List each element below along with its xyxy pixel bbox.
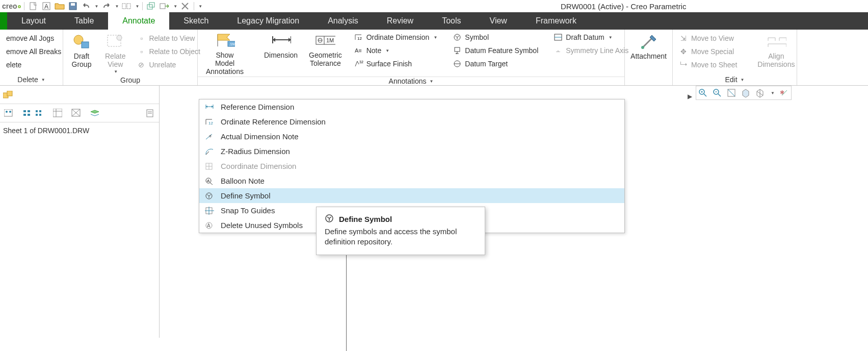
export-icon[interactable] [159,1,170,12]
svg-rect-0 [30,3,36,10]
tree-expand-icon[interactable] [35,109,44,118]
tab-view[interactable]: View [476,12,521,30]
refit-icon[interactable] [727,88,736,97]
zoom-out-icon[interactable] [713,88,722,97]
unrelate-button[interactable]: ⊘Unrelate [135,59,202,70]
tree-list-icon[interactable] [53,109,62,118]
svg-rect-36 [23,110,26,112]
edit-group-caption[interactable]: Edit▼ [673,74,797,85]
menu-actual-dimension-note[interactable]: dActual Dimension Note [199,129,624,144]
relate-to-object-icon: ▫ [137,47,146,56]
menu-coordinate-dimension: Coordinate Dimension [199,159,624,173]
move-to-sheet-button[interactable]: ⮡Move to Sheet [677,59,739,70]
svg-rect-4 [71,3,75,6]
sheet-label[interactable]: Sheet 1 of DRW0001.DRW [3,127,156,135]
regenerate-icon[interactable] [121,1,132,12]
tab-sketch[interactable]: Sketch [169,12,223,30]
tooltip: Define Symbol Define symbols and access … [316,207,485,255]
annotations-overflow-button[interactable]: Annotations▼ [198,77,624,85]
font-icon[interactable]: A [41,1,52,12]
svg-rect-42 [39,110,41,112]
qat-customize-icon[interactable]: ▼ [198,4,202,9]
delete-small-button[interactable]: elete [4,59,63,70]
balloon-icon: A [204,177,215,186]
z-radius-icon [204,147,215,156]
svg-text:d: d [209,134,211,138]
tab-review[interactable]: Review [373,12,428,30]
datum-feature-icon [453,46,462,55]
svg-rect-6 [127,4,130,9]
move-to-sheet-icon: ⮡ [679,60,688,69]
windows-icon[interactable] [146,1,157,12]
datum-target-button[interactable]: Datum Target [451,58,540,69]
svg-rect-39 [28,114,30,116]
redo-icon[interactable] [101,1,112,12]
save-icon[interactable] [67,1,78,12]
svg-rect-33 [4,109,12,116]
datum-target-icon [453,59,462,68]
tab-framework[interactable]: Framework [521,12,591,30]
dimension-button[interactable]: Dimension [260,31,302,60]
note-button[interactable]: A≡Note ▼ [352,45,440,56]
svg-text:A≡: A≡ [355,47,362,54]
tab-layout[interactable]: Layout [7,12,60,30]
dimension-icon [271,32,291,50]
tab-legacy-migration[interactable]: Legacy Migration [223,12,313,30]
group-group-caption: Group [63,75,197,85]
open-icon[interactable] [54,1,65,12]
annotation-display-icon[interactable]: ✱ [780,88,789,97]
ref-dim-icon [204,103,215,112]
relate-to-view-button[interactable]: ▫Relate to View [135,33,202,44]
relate-view-button[interactable]: Relate View▼ [101,32,129,75]
ribbon-tabstrip: Layout Table Annotate Sketch Legacy Migr… [0,12,868,30]
move-special-button[interactable]: ✥Move Special [677,46,739,57]
datum-feature-symbol-button[interactable]: Datum Feature Symbol [451,45,540,56]
tab-analysis[interactable]: Analysis [313,12,373,30]
attachment-button[interactable]: Attachment [626,32,671,61]
note-icon: A≡ [354,46,363,55]
remove-all-jogs-button[interactable]: emove All Jogs [4,33,63,44]
delete-group-caption[interactable]: Delete▼ [0,74,63,85]
tree-icon-1[interactable] [4,109,13,118]
svg-rect-44 [53,109,62,117]
geometric-tolerance-button[interactable]: 1M Geometric Tolerance [305,31,346,68]
menu-define-symbol[interactable]: Define Symbol [199,188,624,203]
expand-chevron-icon[interactable]: ▶ [688,93,692,100]
svg-rect-37 [23,114,26,116]
symbol-button[interactable]: Symbol [451,32,540,43]
undo-icon[interactable] [81,1,92,12]
remove-all-breaks-button[interactable]: emove All Breaks [4,46,63,57]
unrelate-icon: ⊘ [137,60,146,69]
show-model-annotations-button[interactable]: .1M Show Model Annotations [202,31,248,77]
relate-to-object-button[interactable]: ▫Relate to Object [135,46,202,57]
tree-collapse-icon[interactable] [22,109,32,118]
move-to-view-button[interactable]: ⇲Move to View [677,33,739,44]
draft-group-button[interactable]: Draft Group [67,32,96,69]
menu-reference-dimension[interactable]: Reference Dimension [199,99,624,114]
new-icon[interactable] [28,1,39,12]
align-dimensions-button[interactable]: Align Dimensions [753,32,799,69]
svg-rect-32 [7,91,12,96]
ordinate-dimension-button[interactable]: 12Ordinate Dimension ▼ [352,32,440,43]
symmetry-line-axis-button[interactable]: ⫠Symmetry Line Axis [551,45,630,56]
tab-table[interactable]: Table [60,12,108,30]
tab-annotate[interactable]: Annotate [108,12,169,30]
surface-finish-button[interactable]: 32Surface Finish [352,58,440,69]
tab-tools[interactable]: Tools [428,12,475,30]
align-dim-icon [766,33,786,51]
file-tab[interactable] [0,12,7,30]
svg-text:✱: ✱ [780,89,784,95]
tree-grid-icon[interactable] [71,109,81,118]
close-icon[interactable] [179,1,191,12]
svg-text:32: 32 [359,60,363,64]
zoom-in-icon[interactable] [698,88,707,97]
menu-balloon-note[interactable]: ABalloon Note [199,173,624,188]
menu-z-radius-dimension[interactable]: Z-Radius Dimension [199,144,624,159]
tree-settings-icon[interactable] [146,109,155,118]
draft-datum-button[interactable]: Draft Datum ▼ [551,32,630,43]
tree-layers-icon[interactable] [90,109,99,118]
tree-tabs-icon[interactable] [2,90,15,99]
shade-icon[interactable] [741,88,750,97]
orient-icon[interactable] [755,88,765,97]
menu-ordinate-reference-dimension[interactable]: 12Ordinate Reference Dimension [199,114,624,129]
